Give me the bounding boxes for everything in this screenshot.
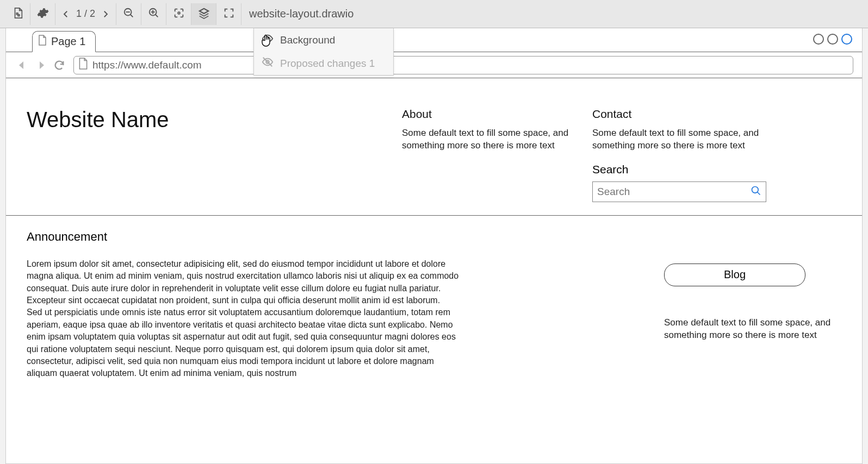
search-heading: Search xyxy=(592,163,766,176)
site-name: Website Name xyxy=(27,108,396,132)
layers-icon xyxy=(198,7,210,21)
svg-point-5 xyxy=(266,37,269,40)
window-dot[interactable] xyxy=(827,34,838,45)
search-input[interactable] xyxy=(597,186,751,198)
page-tab[interactable]: Page 1 xyxy=(32,31,96,52)
about-text: Some default text to fill some space, an… xyxy=(402,127,587,152)
search-icon[interactable] xyxy=(751,185,761,198)
svg-point-7 xyxy=(752,186,759,193)
zoom-out-button[interactable] xyxy=(116,3,141,25)
layer-item-background[interactable]: Background xyxy=(254,28,393,52)
contact-column: Contact Some default text to fill some s… xyxy=(592,108,766,202)
window-controls xyxy=(813,34,852,45)
filename: website-layout.drawio xyxy=(241,8,354,20)
layer-label: Proposed changes 1 xyxy=(280,58,375,70)
zoom-out-icon xyxy=(123,7,135,21)
contact-text: Some default text to fill some space, an… xyxy=(592,127,766,152)
back-button[interactable] xyxy=(15,58,30,73)
page-icon xyxy=(78,58,88,72)
page-icon xyxy=(38,35,47,48)
announcement-heading: Announcement xyxy=(27,230,462,244)
fit-page-icon xyxy=(173,7,185,21)
settings-button[interactable] xyxy=(30,3,55,25)
zoom-in-icon xyxy=(148,7,160,21)
refresh-button[interactable] xyxy=(52,58,67,73)
window-dot[interactable] xyxy=(841,34,852,45)
url-text: https://www.default.com xyxy=(92,59,202,71)
window-dot[interactable] xyxy=(813,34,824,45)
layer-label: Background xyxy=(280,34,335,46)
blog-button[interactable]: Blog xyxy=(664,264,805,286)
zoom-in-button[interactable] xyxy=(141,3,166,25)
page-display: 1 / 2 xyxy=(73,8,98,20)
contact-heading: Contact xyxy=(592,108,766,121)
forward-button[interactable] xyxy=(33,58,48,73)
fullscreen-icon xyxy=(223,7,235,21)
search-box[interactable] xyxy=(592,181,766,202)
eye-off-icon xyxy=(262,56,274,71)
layers-button[interactable] xyxy=(191,3,216,25)
canvas: Page 1 https://www.default.c xyxy=(5,28,863,464)
layer-item-proposed[interactable]: Proposed changes 1 xyxy=(254,52,393,75)
about-column: About Some default text to fill some spa… xyxy=(402,108,587,202)
eye-icon xyxy=(262,33,274,47)
page-tab-row: Page 1 xyxy=(6,28,862,52)
file-button[interactable] xyxy=(5,3,30,25)
browser-nav: https://www.default.com xyxy=(6,52,862,78)
blog-button-label: Blog xyxy=(724,268,746,281)
about-heading: About xyxy=(402,108,587,121)
page-tab-label: Page 1 xyxy=(51,35,85,48)
announcement-body: Lorem ipsum dolor sit amet, consectetur … xyxy=(27,258,462,380)
prev-page-button[interactable] xyxy=(59,9,73,19)
fullscreen-button[interactable] xyxy=(216,3,241,25)
page-indicator: 1 / 2 xyxy=(55,3,116,25)
svg-rect-1 xyxy=(18,15,20,16)
site-name-block: Website Name xyxy=(27,108,396,202)
announcement-column: Announcement Lorem ipsum dolor sit amet,… xyxy=(27,230,462,380)
blog-text: Some default text to fill some space, an… xyxy=(664,317,849,342)
next-page-button[interactable] xyxy=(98,9,113,19)
mockup-content: Website Name About Some default text to … xyxy=(6,78,862,380)
layers-dropdown: Background Proposed changes 1 xyxy=(253,28,394,76)
toolbar: 1 / 2 xyxy=(0,0,868,28)
blog-column: Blog Some default text to fill some spac… xyxy=(664,230,849,380)
svg-point-4 xyxy=(178,12,180,14)
gear-icon xyxy=(37,7,49,21)
file-icon xyxy=(12,7,24,21)
url-bar[interactable]: https://www.default.com xyxy=(73,56,853,74)
fit-page-button[interactable] xyxy=(166,3,191,25)
